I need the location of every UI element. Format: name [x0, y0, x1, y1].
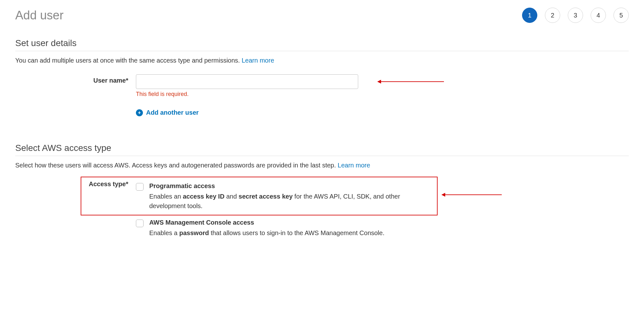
option-desc-console: Enables a password that allows users to …	[149, 228, 410, 238]
plus-circle-icon: +	[136, 109, 143, 116]
wizard-steps: 1 2 3 4 5	[522, 8, 629, 23]
page-title: Add user	[15, 9, 64, 22]
section-desc-user-details: You can add multiple users at once with …	[15, 57, 629, 64]
add-another-user-button[interactable]: + Add another user	[136, 109, 358, 116]
option-title-console: AWS Management Console access	[149, 219, 625, 226]
step-4[interactable]: 4	[591, 8, 606, 23]
username-input[interactable]	[136, 74, 358, 89]
section-title-user-details: Set user details	[15, 38, 629, 51]
username-label: User name*	[15, 74, 136, 84]
access-option-console: AWS Management Console access Enables a …	[136, 216, 629, 243]
option-title-programmatic: Programmatic access	[149, 182, 625, 190]
section-title-access-type: Select AWS access type	[15, 143, 629, 156]
annotation-arrow-username	[380, 81, 444, 82]
access-option-programmatic: Programmatic access Enables an access ke…	[136, 179, 629, 216]
add-another-user-label: Add another user	[146, 109, 199, 116]
username-error-text: This field is required.	[136, 91, 358, 98]
access-type-desc-text: Select how these users will access AWS. …	[15, 162, 338, 169]
user-details-desc-text: You can add multiple users at once with …	[15, 57, 242, 64]
learn-more-user-details-link[interactable]: Learn more	[242, 57, 274, 64]
checkbox-programmatic-access[interactable]	[136, 183, 144, 191]
section-desc-access-type: Select how these users will access AWS. …	[15, 162, 629, 169]
annotation-arrow-programmatic	[445, 194, 502, 195]
option-desc-programmatic: Enables an access key ID and secret acce…	[149, 192, 410, 211]
step-2[interactable]: 2	[545, 8, 560, 23]
learn-more-access-type-link[interactable]: Learn more	[338, 162, 370, 169]
step-3[interactable]: 3	[568, 8, 583, 23]
access-type-label: Access type*	[15, 179, 136, 188]
checkbox-console-access[interactable]	[136, 220, 144, 227]
step-1[interactable]: 1	[522, 8, 537, 23]
step-5[interactable]: 5	[614, 8, 629, 23]
